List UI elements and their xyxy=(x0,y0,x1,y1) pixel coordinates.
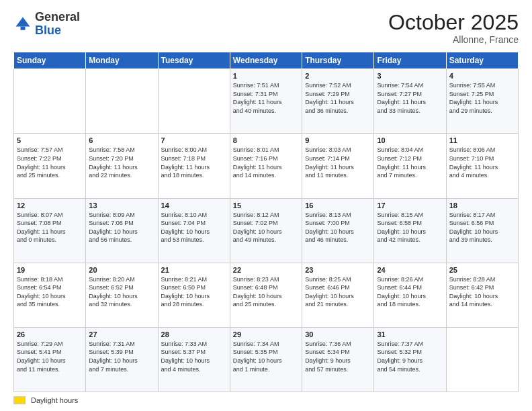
calendar-cell: 20Sunrise: 8:20 AM Sunset: 6:52 PM Dayli… xyxy=(86,263,158,327)
calendar-cell xyxy=(158,69,230,134)
calendar-cell: 12Sunrise: 8:07 AM Sunset: 7:08 PM Dayli… xyxy=(14,198,86,263)
calendar-cell: 19Sunrise: 8:18 AM Sunset: 6:54 PM Dayli… xyxy=(14,263,86,327)
day-number: 27 xyxy=(89,330,154,338)
day-number: 18 xyxy=(449,201,515,210)
calendar-week-row: 19Sunrise: 8:18 AM Sunset: 6:54 PM Dayli… xyxy=(14,263,519,327)
calendar-header-row: SundayMondayTuesdayWednesdayThursdayFrid… xyxy=(14,52,519,69)
calendar-day-header: Tuesday xyxy=(158,52,230,69)
day-number: 17 xyxy=(377,201,443,210)
day-number: 20 xyxy=(89,266,154,274)
day-info: Sunrise: 7:58 AM Sunset: 7:20 PM Dayligh… xyxy=(89,146,154,179)
day-number: 2 xyxy=(305,72,371,80)
logo: General Blue xyxy=(13,11,80,38)
calendar-cell: 26Sunrise: 7:29 AM Sunset: 5:41 PM Dayli… xyxy=(14,327,86,392)
day-number: 5 xyxy=(17,136,83,144)
calendar-cell: 13Sunrise: 8:09 AM Sunset: 7:06 PM Dayli… xyxy=(86,198,158,263)
calendar-week-row: 26Sunrise: 7:29 AM Sunset: 5:41 PM Dayli… xyxy=(14,327,519,392)
day-number: 14 xyxy=(161,201,227,210)
logo-icon xyxy=(13,15,32,34)
calendar-cell xyxy=(14,69,86,134)
calendar-cell: 18Sunrise: 8:17 AM Sunset: 6:56 PM Dayli… xyxy=(446,198,518,263)
day-info: Sunrise: 7:37 AM Sunset: 5:32 PM Dayligh… xyxy=(377,340,443,373)
day-number: 7 xyxy=(161,136,227,144)
calendar-day-header: Sunday xyxy=(14,52,86,69)
logo-blue: Blue xyxy=(35,24,61,37)
day-info: Sunrise: 7:54 AM Sunset: 7:27 PM Dayligh… xyxy=(377,81,443,115)
calendar-cell: 15Sunrise: 8:12 AM Sunset: 7:02 PM Dayli… xyxy=(230,198,302,263)
calendar-cell: 1Sunrise: 7:51 AM Sunset: 7:31 PM Daylig… xyxy=(230,69,302,134)
day-number: 12 xyxy=(17,201,83,210)
day-number: 24 xyxy=(377,266,443,274)
calendar-cell: 11Sunrise: 8:06 AM Sunset: 7:10 PM Dayli… xyxy=(446,134,518,198)
calendar-cell: 14Sunrise: 8:10 AM Sunset: 7:04 PM Dayli… xyxy=(158,198,230,263)
calendar-cell: 31Sunrise: 7:37 AM Sunset: 5:32 PM Dayli… xyxy=(374,327,446,392)
day-info: Sunrise: 7:31 AM Sunset: 5:39 PM Dayligh… xyxy=(89,340,154,373)
legend-label: Daylight hours xyxy=(31,396,78,404)
day-info: Sunrise: 8:04 AM Sunset: 7:12 PM Dayligh… xyxy=(377,146,443,179)
day-info: Sunrise: 8:18 AM Sunset: 6:54 PM Dayligh… xyxy=(17,275,83,309)
day-number: 11 xyxy=(449,136,515,144)
day-info: Sunrise: 7:51 AM Sunset: 7:31 PM Dayligh… xyxy=(233,81,299,115)
day-info: Sunrise: 8:21 AM Sunset: 6:50 PM Dayligh… xyxy=(161,275,227,309)
day-info: Sunrise: 7:57 AM Sunset: 7:22 PM Dayligh… xyxy=(17,146,83,179)
day-number: 4 xyxy=(449,72,515,80)
calendar-cell: 4Sunrise: 7:55 AM Sunset: 7:25 PM Daylig… xyxy=(446,69,518,134)
calendar-day-header: Thursday xyxy=(302,52,374,69)
calendar-cell: 9Sunrise: 8:03 AM Sunset: 7:14 PM Daylig… xyxy=(302,134,374,198)
svg-marker-0 xyxy=(16,17,30,26)
day-info: Sunrise: 8:01 AM Sunset: 7:16 PM Dayligh… xyxy=(233,146,299,179)
day-info: Sunrise: 7:52 AM Sunset: 7:29 PM Dayligh… xyxy=(305,81,371,115)
day-info: Sunrise: 8:12 AM Sunset: 7:02 PM Dayligh… xyxy=(233,211,299,244)
day-number: 31 xyxy=(377,330,443,338)
day-info: Sunrise: 8:25 AM Sunset: 6:46 PM Dayligh… xyxy=(305,275,371,309)
day-number: 6 xyxy=(89,136,154,144)
day-info: Sunrise: 8:23 AM Sunset: 6:48 PM Dayligh… xyxy=(233,275,299,309)
calendar-cell: 22Sunrise: 8:23 AM Sunset: 6:48 PM Dayli… xyxy=(230,263,302,327)
day-info: Sunrise: 8:10 AM Sunset: 7:04 PM Dayligh… xyxy=(161,211,227,244)
day-info: Sunrise: 8:15 AM Sunset: 6:58 PM Dayligh… xyxy=(377,211,443,244)
day-number: 8 xyxy=(233,136,299,144)
calendar-cell: 8Sunrise: 8:01 AM Sunset: 7:16 PM Daylig… xyxy=(230,134,302,198)
calendar-cell: 5Sunrise: 7:57 AM Sunset: 7:22 PM Daylig… xyxy=(14,134,86,198)
calendar-cell: 29Sunrise: 7:34 AM Sunset: 5:35 PM Dayli… xyxy=(230,327,302,392)
calendar-cell: 28Sunrise: 7:33 AM Sunset: 5:37 PM Dayli… xyxy=(158,327,230,392)
calendar-cell: 17Sunrise: 8:15 AM Sunset: 6:58 PM Dayli… xyxy=(374,198,446,263)
day-info: Sunrise: 8:20 AM Sunset: 6:52 PM Dayligh… xyxy=(89,275,154,309)
calendar-cell: 23Sunrise: 8:25 AM Sunset: 6:46 PM Dayli… xyxy=(302,263,374,327)
calendar-cell xyxy=(446,327,518,392)
calendar-day-header: Wednesday xyxy=(230,52,302,69)
calendar-cell: 7Sunrise: 8:00 AM Sunset: 7:18 PM Daylig… xyxy=(158,134,230,198)
calendar-cell: 24Sunrise: 8:26 AM Sunset: 6:44 PM Dayli… xyxy=(374,263,446,327)
day-number: 19 xyxy=(17,266,83,274)
day-number: 15 xyxy=(233,201,299,210)
calendar-cell: 2Sunrise: 7:52 AM Sunset: 7:29 PM Daylig… xyxy=(302,69,374,134)
logo-general: General xyxy=(35,10,80,24)
page: General Blue October 2025 Allonne, Franc… xyxy=(0,0,532,411)
calendar-day-header: Saturday xyxy=(446,52,518,69)
legend-box xyxy=(13,396,26,404)
day-info: Sunrise: 8:13 AM Sunset: 7:00 PM Dayligh… xyxy=(305,211,371,244)
month-title: October 2025 xyxy=(388,11,519,34)
calendar-cell: 16Sunrise: 8:13 AM Sunset: 7:00 PM Dayli… xyxy=(302,198,374,263)
calendar-cell: 30Sunrise: 7:36 AM Sunset: 5:34 PM Dayli… xyxy=(302,327,374,392)
calendar-cell: 3Sunrise: 7:54 AM Sunset: 7:27 PM Daylig… xyxy=(374,69,446,134)
day-number: 29 xyxy=(233,330,299,338)
day-number: 25 xyxy=(449,266,515,274)
day-info: Sunrise: 7:33 AM Sunset: 5:37 PM Dayligh… xyxy=(161,340,227,373)
day-info: Sunrise: 7:55 AM Sunset: 7:25 PM Dayligh… xyxy=(449,81,515,115)
calendar-cell: 25Sunrise: 8:28 AM Sunset: 6:42 PM Dayli… xyxy=(446,263,518,327)
day-info: Sunrise: 8:06 AM Sunset: 7:10 PM Dayligh… xyxy=(449,146,515,179)
calendar-cell: 6Sunrise: 7:58 AM Sunset: 7:20 PM Daylig… xyxy=(86,134,158,198)
day-number: 22 xyxy=(233,266,299,274)
day-info: Sunrise: 8:07 AM Sunset: 7:08 PM Dayligh… xyxy=(17,211,83,244)
calendar-cell: 21Sunrise: 8:21 AM Sunset: 6:50 PM Dayli… xyxy=(158,263,230,327)
day-number: 16 xyxy=(305,201,371,210)
calendar-cell: 10Sunrise: 8:04 AM Sunset: 7:12 PM Dayli… xyxy=(374,134,446,198)
day-number: 28 xyxy=(161,330,227,338)
calendar-week-row: 1Sunrise: 7:51 AM Sunset: 7:31 PM Daylig… xyxy=(14,69,519,134)
calendar-day-header: Monday xyxy=(86,52,158,69)
day-info: Sunrise: 7:29 AM Sunset: 5:41 PM Dayligh… xyxy=(17,340,83,373)
day-info: Sunrise: 8:28 AM Sunset: 6:42 PM Dayligh… xyxy=(449,275,515,309)
day-number: 26 xyxy=(17,330,83,338)
logo-text: General Blue xyxy=(35,11,80,38)
